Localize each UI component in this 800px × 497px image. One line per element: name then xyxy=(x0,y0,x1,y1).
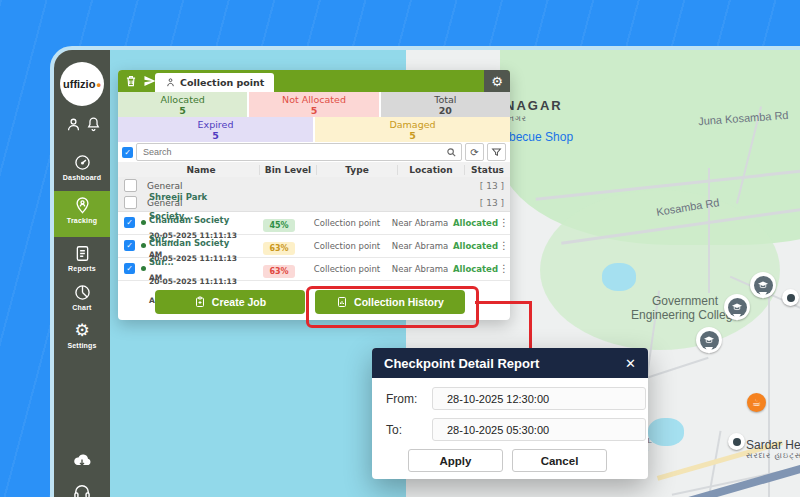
row-name[interactable]: Chandan Society Sur... xyxy=(149,238,229,267)
status-dot xyxy=(141,266,146,271)
sidebar: uffizio• Dashboard Tracking Reports Char… xyxy=(54,50,110,497)
from-label: From: xyxy=(386,392,417,406)
graduation-cap-icon xyxy=(754,276,773,295)
stats-row-1: Allocated5 Not Allocated5 Total20 xyxy=(118,92,510,117)
group-count: [ 13 ] xyxy=(480,198,504,208)
stat-value: 5 xyxy=(315,130,510,141)
group-checkbox[interactable] xyxy=(124,196,137,209)
create-job-label: Create Job xyxy=(212,296,266,308)
map-road xyxy=(768,280,770,497)
row-location: Near Abrama xyxy=(387,241,453,251)
college-line2: Engineering College xyxy=(631,308,739,322)
search-box xyxy=(136,143,462,161)
map-label-nagar-gujarati: નગર xyxy=(508,114,527,124)
from-datetime-field[interactable]: 28-10-2025 12:30:00 xyxy=(432,387,646,410)
sidebar-item-reports[interactable]: Reports xyxy=(54,239,110,277)
column-bin-level[interactable]: Bin Level xyxy=(260,165,317,175)
logo-dot: • xyxy=(96,77,101,92)
headset-support-icon[interactable] xyxy=(72,482,92,497)
to-datetime-field[interactable]: 28-10-2025 05:30:00 xyxy=(432,418,646,441)
dashboard-icon xyxy=(73,153,92,172)
group-checkbox[interactable] xyxy=(124,179,137,192)
map-label-sardar-gujarati: સરદાર હાઇટ્સ xyxy=(746,451,800,461)
bell-icon[interactable] xyxy=(85,116,102,133)
to-label: To: xyxy=(386,423,402,437)
search-row: ✓ ⟳ xyxy=(118,142,510,162)
modal-title: Checkpoint Detail Report xyxy=(384,356,539,371)
column-location[interactable]: Location xyxy=(398,165,465,175)
row-location: Near Abrama xyxy=(387,218,453,228)
row-menu-kebab-icon[interactable]: ⋮ xyxy=(498,217,510,228)
education-poi-marker[interactable] xyxy=(750,272,776,298)
sidebar-item-chart[interactable]: Chart xyxy=(54,278,110,316)
stat-damaged: Damaged5 xyxy=(315,117,510,142)
stat-value: 5 xyxy=(249,105,378,116)
select-all-checkbox[interactable]: ✓ xyxy=(122,147,133,158)
bin-icon[interactable] xyxy=(124,74,138,88)
sidebar-item-dashboard[interactable]: Dashboard xyxy=(54,148,110,186)
cancel-button[interactable]: Cancel xyxy=(512,449,607,472)
stat-not-allocated: Not Allocated5 xyxy=(249,92,378,117)
bin-level-badge: 63% xyxy=(263,242,294,255)
refresh-button[interactable]: ⟳ xyxy=(465,143,484,161)
stats-row-2: Expired5 Damaged5 xyxy=(118,117,510,142)
annotation-connector-line xyxy=(475,301,532,304)
cloud-download-icon[interactable] xyxy=(72,450,92,470)
column-type[interactable]: Type xyxy=(317,165,398,175)
row-menu-kebab-icon[interactable]: ⋮ xyxy=(498,240,510,251)
panel-settings-gear-icon[interactable]: ⚙ xyxy=(484,70,510,92)
bin-level-badge: 63% xyxy=(263,265,294,278)
annotation-highlight-box xyxy=(306,286,479,328)
graduation-cap-icon xyxy=(700,331,719,350)
table-row[interactable]: ✓ Chandan Society Sur...20-05-2025 11:11… xyxy=(118,257,510,281)
status-dot xyxy=(141,220,146,225)
row-checkbox[interactable]: ✓ xyxy=(124,217,135,228)
map-road xyxy=(708,168,710,293)
pie-chart-icon xyxy=(73,283,92,302)
sidebar-label: Reports xyxy=(68,265,96,272)
stat-label: Damaged xyxy=(389,119,435,130)
row-status: Allocated xyxy=(453,218,498,228)
map-label-shop[interactable]: becue Shop xyxy=(509,130,573,144)
app-window: NAGAR નગર becue Shop Juna Kosamba Rd Kos… xyxy=(50,46,800,497)
apply-button[interactable]: Apply xyxy=(408,449,503,472)
cafe-poi-marker[interactable]: ☕ xyxy=(747,393,766,412)
map-label-nagar: NAGAR xyxy=(505,98,563,113)
panel-header: Collection point ⚙ xyxy=(118,70,510,92)
filter-funnel-icon xyxy=(491,147,502,158)
row-status: Allocated xyxy=(453,264,498,274)
education-poi-marker[interactable] xyxy=(696,327,722,353)
row-checkbox[interactable]: ✓ xyxy=(124,240,135,251)
create-job-button[interactable]: Create Job xyxy=(155,290,305,314)
search-input[interactable] xyxy=(141,146,446,158)
sidebar-label: Chart xyxy=(72,304,91,311)
person-pin-icon xyxy=(165,77,176,88)
filter-button[interactable] xyxy=(487,143,506,161)
user-icon[interactable] xyxy=(65,116,82,133)
stat-expired: Expired5 xyxy=(118,117,313,142)
stat-allocated: Allocated5 xyxy=(118,92,247,117)
close-icon[interactable]: ✕ xyxy=(625,356,636,371)
checkpoint-detail-report-modal: Checkpoint Detail Report ✕ From: 28-10-2… xyxy=(372,348,648,479)
search-icon xyxy=(446,147,457,158)
sardar-heights-marker[interactable] xyxy=(728,433,745,450)
row-menu-kebab-icon[interactable]: ⋮ xyxy=(498,263,510,274)
settings-gear-icon: ⚙ xyxy=(73,321,92,340)
poi-dot-icon xyxy=(787,294,795,302)
tab-label: Collection point xyxy=(180,77,264,88)
column-name[interactable]: Name xyxy=(143,165,260,175)
generic-poi-marker[interactable] xyxy=(782,289,799,306)
row-checkbox[interactable]: ✓ xyxy=(124,263,135,274)
row-status: Allocated xyxy=(453,241,498,251)
app-logo[interactable]: uffizio• xyxy=(60,62,104,106)
column-status[interactable]: Status xyxy=(465,165,510,175)
sidebar-item-tracking[interactable]: Tracking xyxy=(54,191,110,237)
sidebar-label: Tracking xyxy=(67,217,97,224)
education-poi-marker[interactable] xyxy=(724,294,750,320)
sidebar-item-settings[interactable]: ⚙ Settings xyxy=(54,316,110,354)
row-type: Collection point xyxy=(307,264,387,274)
tab-collection-point[interactable]: Collection point xyxy=(155,73,274,92)
row-type: Collection point xyxy=(307,241,387,251)
cafe-cup-icon: ☕ xyxy=(752,397,761,408)
stat-label: Total xyxy=(434,94,456,105)
